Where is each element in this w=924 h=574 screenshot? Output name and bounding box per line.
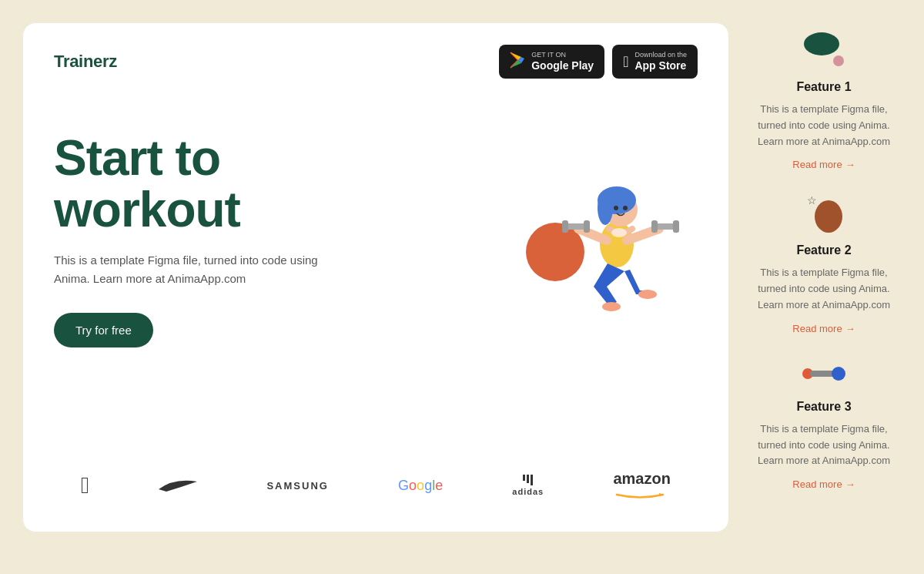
feature-2-description: This is a template Figma file, turned in… (747, 265, 901, 313)
svg-point-16 (638, 290, 657, 299)
google-brand: Google (398, 478, 443, 494)
hero-description: This is a template Figma file, turned in… (54, 251, 346, 288)
apple-icon:  (623, 54, 628, 69)
apple-brand:  (81, 472, 89, 498)
app-store-button[interactable]:  Download on the App Store (612, 45, 698, 79)
try-for-free-button[interactable]: Try for free (54, 313, 153, 347)
feature-3-card: Feature 3 This is a template Figma file,… (747, 358, 901, 491)
sidebar: Feature 1 This is a template Figma file,… (747, 23, 901, 532)
samsung-brand: SAMSUNG (266, 480, 328, 492)
hero-text: Start to workout This is a template Figm… (54, 117, 346, 347)
feature-2-card: ☆ Feature 2 This is a template Figma fil… (747, 194, 901, 334)
svg-rect-14 (673, 220, 679, 233)
google-play-main: Google Play (531, 59, 594, 72)
amazon-brand: amazon (613, 470, 670, 501)
feature-1-title: Feature 1 (747, 80, 901, 94)
card-header: Trainerz GET IT ON Google Play (23, 23, 728, 94)
feature-1-card: Feature 1 This is a template Figma file,… (747, 31, 901, 171)
app-store-main: App Store (634, 59, 687, 72)
brands-section:  SAMSUNG Google (23, 447, 728, 532)
hero-title: Start to workout (54, 133, 346, 236)
svg-point-17 (611, 228, 627, 237)
svg-rect-9 (562, 220, 568, 233)
feature-2-icon: ☆ (801, 194, 847, 233)
feature-3-icon (801, 358, 847, 389)
store-buttons: GET IT ON Google Play  Download on the … (499, 45, 698, 79)
google-play-sub: GET IT ON (531, 51, 594, 59)
svg-rect-8 (565, 223, 587, 230)
nike-brand (159, 478, 197, 493)
svg-point-5 (614, 206, 618, 210)
svg-rect-12 (654, 223, 676, 230)
feature-3-title: Feature 3 (747, 400, 901, 414)
svg-rect-10 (584, 220, 590, 233)
main-card: Trainerz GET IT ON Google Play (23, 23, 728, 532)
hero-section: Start to workout This is a template Figm… (23, 94, 728, 447)
google-play-icon (510, 52, 525, 72)
google-play-button[interactable]: GET IT ON Google Play (499, 45, 604, 79)
svg-point-4 (598, 191, 613, 225)
app-store-sub: Download on the (634, 51, 687, 59)
brand-name: Trainerz (54, 52, 117, 72)
adidas-brand: adidas (512, 475, 544, 496)
feature-2-read-more[interactable]: Read more → (792, 323, 855, 334)
feature-1-description: This is a template Figma file, turned in… (747, 102, 901, 149)
svg-line-7 (578, 229, 607, 240)
feature-1-icon (801, 31, 847, 69)
feature-3-read-more[interactable]: Read more → (792, 478, 855, 490)
svg-point-6 (623, 206, 628, 210)
feature-1-read-more[interactable]: Read more → (792, 159, 855, 170)
fitness-illustration (482, 109, 698, 325)
page-wrapper: Trainerz GET IT ON Google Play (23, 23, 901, 532)
svg-point-15 (602, 302, 621, 311)
feature-2-title: Feature 2 (747, 243, 901, 257)
svg-rect-13 (651, 220, 658, 233)
feature-3-description: This is a template Figma file, turned in… (747, 421, 901, 469)
